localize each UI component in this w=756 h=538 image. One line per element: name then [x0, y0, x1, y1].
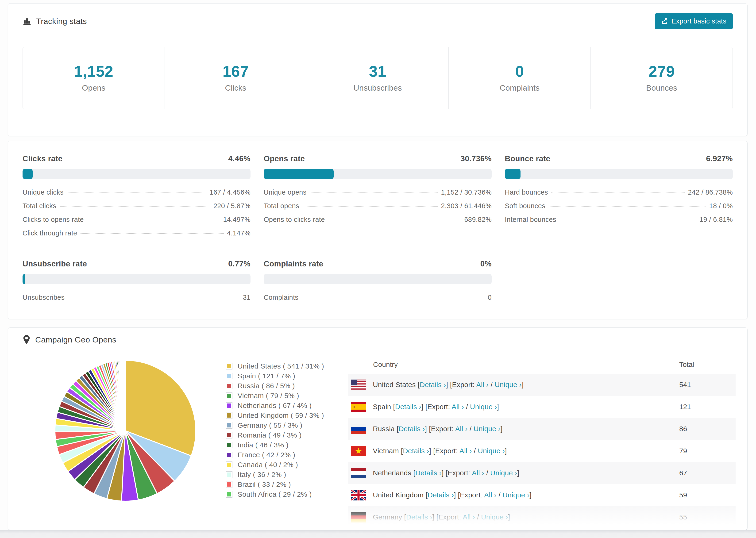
- details-link[interactable]: Details ›: [415, 469, 442, 477]
- export-all-link[interactable]: All ›: [455, 425, 468, 433]
- stats-summary-row: 1,152Opens167Clicks31Unsubscribes0Compla…: [23, 47, 733, 109]
- legend-item: Italy ( 36 / 2% ): [226, 470, 348, 480]
- bracket: [: [418, 381, 420, 389]
- country-name: Germany: [373, 513, 404, 521]
- geo-title: Campaign Geo Opens: [35, 335, 117, 344]
- stat-cell-complaints: 0Complaints: [449, 47, 591, 109]
- us-flag-icon: [351, 380, 366, 390]
- country-links: Netherlands [Details ›] [Export: All › /…: [373, 469, 519, 477]
- export-unique-link[interactable]: Unique ›: [495, 381, 522, 389]
- export-prefix: [Export:: [425, 403, 452, 410]
- rate-stat-row: Opens to clicks rate689.82%: [264, 216, 492, 229]
- bracket: ]: [432, 513, 436, 521]
- legend-label: Germany ( 55 / 3% ): [238, 421, 302, 429]
- details-link[interactable]: Details ›: [395, 403, 421, 410]
- legend-label: Brazil ( 33 / 2% ): [238, 480, 291, 488]
- export-prefix: [Export:: [429, 425, 455, 433]
- rate-stat-row: Unique clicks167 / 4.456%: [23, 188, 250, 202]
- table-row-netherlands: Netherlands [Details ›] [Export: All › /…: [348, 462, 735, 484]
- total-cell: 59: [679, 491, 735, 499]
- country-name: United Kingdom: [373, 491, 426, 499]
- legend-swatch: [226, 422, 233, 429]
- bracket: ]: [429, 447, 433, 455]
- legend-label: Vietnam ( 79 / 5% ): [238, 392, 299, 400]
- total-cell: 55: [679, 513, 735, 521]
- legend-item: India ( 46 / 3% ): [226, 440, 348, 450]
- export-unique-link[interactable]: Unique ›: [473, 425, 501, 433]
- rate-stat-value: 1,152 / 30.736%: [441, 188, 492, 196]
- geo-opens-table: Country Total United States [Details ›] …: [348, 355, 735, 528]
- link-separator: /: [484, 469, 490, 477]
- export-unique-link[interactable]: Unique ›: [478, 447, 505, 455]
- rate-stat-value: 220 / 5.87%: [213, 202, 250, 210]
- link-separator: /: [472, 447, 478, 455]
- country-name: United States: [373, 381, 418, 389]
- details-link[interactable]: Details ›: [420, 381, 446, 389]
- legend-item: Canada ( 40 / 2% ): [226, 460, 348, 470]
- rate-stat-label: Opens to clicks rate: [264, 216, 325, 224]
- legend-label: United States ( 541 / 31% ): [238, 362, 324, 370]
- dotted-leader: [67, 192, 206, 193]
- details-link[interactable]: Details ›: [403, 447, 429, 455]
- export-all-link[interactable]: All ›: [484, 491, 497, 499]
- gb-flag-icon: [351, 490, 366, 501]
- country-links: Vietnam [Details ›] [Export: All › / Uni…: [373, 447, 507, 455]
- export-unique-link[interactable]: Unique ›: [490, 469, 517, 477]
- country-links: United States [Details ›] [Export: All ›…: [373, 381, 523, 389]
- legend-item: Germany ( 55 / 3% ): [226, 420, 348, 430]
- export-unique-link[interactable]: Unique ›: [481, 513, 508, 521]
- rate-stat-row: Hard bounces242 / 86.738%: [505, 188, 733, 202]
- legend-label: Italy ( 36 / 2% ): [238, 471, 286, 479]
- nl-flag-icon: [351, 468, 366, 478]
- export-all-link[interactable]: All ›: [463, 513, 475, 521]
- legend-item: Netherlands ( 67 / 4% ): [226, 401, 348, 410]
- rate-stat-row: Click through rate4.147%: [23, 229, 250, 243]
- stat-label: Bounces: [591, 83, 732, 92]
- link-separator: /: [467, 425, 473, 433]
- rate-section-unsubscribe-rate: Unsubscribe rate0.77%Unsubscribes31: [23, 259, 250, 307]
- details-link[interactable]: Details ›: [428, 491, 454, 499]
- progress-bar: [505, 169, 733, 179]
- rate-stat-value: 0: [488, 294, 492, 301]
- stat-value: 31: [307, 62, 449, 81]
- dotted-leader: [310, 192, 438, 193]
- details-link[interactable]: Details ›: [399, 425, 425, 433]
- legend-item: Romania ( 49 / 3% ): [226, 430, 348, 440]
- export-all-link[interactable]: All ›: [476, 381, 489, 389]
- stat-label: Complaints: [449, 83, 590, 92]
- rate-stat-value: 242 / 86.738%: [688, 188, 733, 196]
- total-cell: 86: [679, 425, 735, 433]
- export-all-link[interactable]: All ›: [452, 403, 464, 410]
- rate-section-bounce-rate: Bounce rate6.927%Hard bounces242 / 86.73…: [505, 154, 733, 243]
- geo-opens-pie-chart: [53, 358, 198, 504]
- export-unique-link[interactable]: Unique ›: [470, 403, 497, 410]
- legend-item: France ( 42 / 2% ): [226, 450, 348, 460]
- rates-card: Clicks rate4.46%Unique clicks167 / 4.456…: [8, 141, 747, 319]
- dotted-leader: [87, 220, 220, 220]
- total-cell: 79: [679, 447, 735, 455]
- rate-stat-row: Soft bounces18 / 0%: [505, 202, 733, 216]
- campaign-geo-opens-card: Campaign Geo Opens United States ( 541 /…: [8, 327, 747, 530]
- legend-item: United Kingdom ( 59 / 3% ): [226, 410, 348, 420]
- export-prefix: [Export:: [436, 513, 463, 521]
- rate-percent-value: 6.927%: [706, 154, 733, 163]
- rate-stat-value: 167 / 4.456%: [209, 188, 250, 196]
- export-basic-stats-button[interactable]: Export basic stats: [655, 13, 733, 29]
- country-name: Vietnam: [373, 447, 401, 455]
- bracket: ]: [522, 381, 524, 389]
- legend-swatch: [226, 393, 233, 399]
- details-link[interactable]: Details ›: [406, 513, 432, 521]
- export-prefix: [Export:: [450, 381, 476, 389]
- rate-stat-row: Unsubscribes31: [23, 294, 250, 307]
- country-name: Russia: [373, 425, 397, 433]
- geo-body: United States ( 541 / 31% )Spain ( 121 /…: [8, 352, 747, 528]
- link-separator: /: [497, 491, 503, 499]
- progress-bar-fill: [264, 169, 334, 179]
- stat-label: Unsubscribes: [307, 83, 449, 92]
- export-all-link[interactable]: All ›: [459, 447, 472, 455]
- export-unique-link[interactable]: Unique ›: [503, 491, 529, 499]
- rate-stat-value: 14.497%: [223, 216, 250, 224]
- country-name: Spain: [373, 403, 393, 410]
- stat-value: 167: [165, 62, 307, 81]
- export-all-link[interactable]: All ›: [472, 469, 484, 477]
